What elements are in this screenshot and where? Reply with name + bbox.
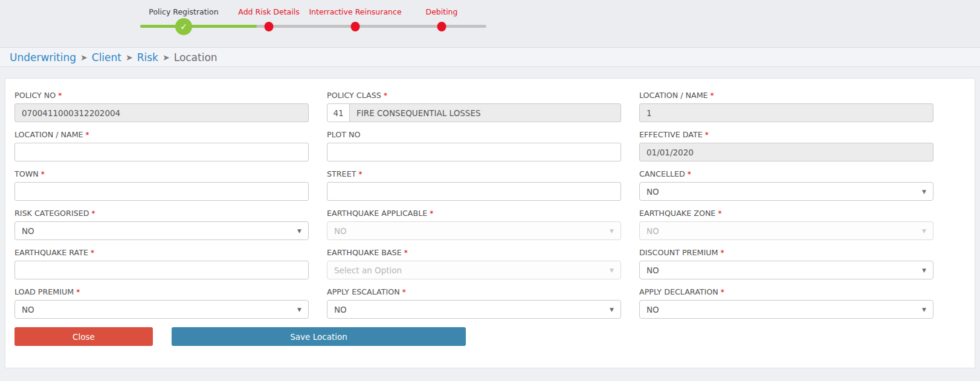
field-earthquake-zone: EARTHQUAKE ZONE* NO ▼: [639, 209, 933, 240]
street-input[interactable]: [327, 182, 621, 201]
load-premium-label: LOAD PREMIUM*: [15, 287, 309, 297]
field-load-premium: LOAD PREMIUM* NO ▼: [15, 287, 309, 319]
required-asterisk: *: [76, 288, 80, 296]
required-asterisk: *: [58, 91, 62, 100]
apply-escalation-select[interactable]: NO ▼: [327, 300, 621, 319]
dropdown-arrow-icon: ▼: [922, 228, 926, 234]
risk-categorised-select[interactable]: NO ▼: [15, 221, 309, 240]
discount-premium-value: NO: [646, 265, 659, 275]
load-premium-value: NO: [22, 305, 34, 314]
save-location-button[interactable]: Save Location: [172, 327, 466, 346]
step-label-interractive-reinsurance[interactable]: Interractive Reinsurance: [309, 7, 401, 16]
earthquake-base-value: Select an Option: [334, 265, 402, 275]
required-asterisk: *: [404, 249, 408, 257]
policy-class-label: POLICY CLASS*: [327, 91, 621, 100]
apply-declaration-label: APPLY DECLARATION*: [639, 287, 933, 297]
plot-no-input[interactable]: [327, 143, 621, 161]
dropdown-arrow-icon: ▼: [922, 307, 926, 313]
required-asterisk: *: [41, 170, 45, 178]
required-asterisk: *: [705, 131, 709, 139]
check-glyph: ✓: [180, 22, 187, 31]
cancelled-value: NO: [646, 187, 659, 197]
required-asterisk: *: [711, 91, 714, 100]
cancelled-label: CANCELLED*: [639, 169, 933, 179]
required-asterisk: *: [92, 209, 95, 218]
earthquake-applicable-value: NO: [334, 226, 347, 236]
apply-escalation-value: NO: [334, 305, 347, 314]
field-policy-class: POLICY CLASS*: [327, 91, 621, 122]
required-asterisk: *: [720, 249, 724, 257]
required-asterisk: *: [384, 91, 387, 100]
earthquake-rate-label: EARTHQUAKE RATE*: [15, 248, 309, 258]
earthquake-zone-value: NO: [646, 226, 659, 236]
step-label-add-risk-details[interactable]: Add Risk Details: [238, 7, 299, 16]
apply-declaration-value: NO: [646, 305, 659, 314]
dropdown-arrow-icon: ▼: [610, 307, 614, 313]
location-no-input: [639, 103, 933, 122]
dropdown-arrow-icon: ▼: [922, 189, 926, 195]
discount-premium-label: DISCOUNT PREMIUM*: [639, 248, 933, 258]
step-label-debiting[interactable]: Debiting: [426, 7, 458, 16]
field-location-name: LOCATION / NAME*: [15, 130, 309, 161]
risk-categorised-label: RISK CATEGORISED*: [15, 209, 309, 218]
dropdown-arrow-icon: ▼: [610, 267, 614, 273]
breadcrumb-separator-icon: ➤: [163, 53, 170, 62]
town-label: TOWN*: [15, 169, 309, 179]
breadcrumb-separator-icon: ➤: [80, 53, 88, 62]
risk-categorised-value: NO: [22, 226, 34, 236]
step-dot-add-risk-details[interactable]: [265, 22, 274, 31]
field-effective-date: EFFECTIVE DATE*: [639, 130, 933, 161]
field-earthquake-applicable: EARTHQUAKE APPLICABLE* NO ▼: [327, 209, 621, 240]
street-label: STREET*: [327, 169, 621, 179]
breadcrumb-location: Location: [174, 51, 218, 63]
breadcrumb-underwriting[interactable]: Underwriting: [10, 51, 76, 63]
breadcrumb: Underwriting ➤ Client ➤ Risk ➤ Location: [0, 47, 980, 67]
apply-declaration-select[interactable]: NO ▼: [639, 300, 933, 319]
earthquake-zone-select: NO ▼: [639, 221, 933, 240]
discount-premium-select[interactable]: NO ▼: [639, 261, 933, 279]
apply-escalation-label: APPLY ESCALATION*: [327, 287, 621, 297]
field-apply-declaration: APPLY DECLARATION* NO ▼: [639, 287, 933, 319]
earthquake-rate-input[interactable]: [15, 261, 309, 279]
required-asterisk: *: [358, 170, 362, 178]
field-earthquake-base: EARTHQUAKE BASE* Select an Option ▼: [327, 248, 621, 279]
step-complete-check-icon[interactable]: ✓: [175, 18, 192, 35]
step-label-policy-registration[interactable]: Policy Registration: [149, 7, 218, 16]
cancelled-select[interactable]: NO ▼: [639, 182, 933, 201]
step-dot-interractive-reinsurance[interactable]: [351, 22, 360, 31]
dropdown-arrow-icon: ▼: [297, 228, 301, 234]
town-input[interactable]: [15, 182, 309, 201]
required-asterisk: *: [718, 209, 721, 218]
dropdown-arrow-icon: ▼: [922, 267, 926, 273]
wizard-stepper: Policy Registration Add Risk Details Int…: [0, 0, 980, 47]
required-asterisk: *: [91, 249, 94, 257]
earthquake-zone-label: EARTHQUAKE ZONE*: [639, 209, 933, 218]
required-asterisk: *: [402, 288, 406, 296]
field-risk-categorised: RISK CATEGORISED* NO ▼: [15, 209, 309, 240]
step-dot-debiting[interactable]: [437, 22, 446, 31]
load-premium-select[interactable]: NO ▼: [15, 300, 309, 319]
location-name-label: LOCATION / NAME*: [15, 130, 309, 140]
earthquake-base-select: Select an Option ▼: [327, 261, 621, 279]
policy-class-name-input: [349, 103, 621, 122]
dropdown-arrow-icon: ▼: [297, 307, 301, 313]
required-asterisk: *: [688, 170, 691, 178]
plot-no-label: PLOT NO: [327, 130, 621, 140]
location-no-label: LOCATION / NAME*: [639, 91, 933, 100]
field-earthquake-rate: EARTHQUAKE RATE*: [15, 248, 309, 279]
field-street: STREET*: [327, 169, 621, 201]
required-asterisk: *: [86, 131, 89, 139]
required-asterisk: *: [721, 288, 724, 296]
field-plot-no: PLOT NO: [327, 130, 621, 161]
field-cancelled: CANCELLED* NO ▼: [639, 169, 933, 201]
dropdown-arrow-icon: ▼: [610, 228, 614, 234]
policy-class-code-input: [327, 103, 350, 122]
earthquake-base-label: EARTHQUAKE BASE*: [327, 248, 621, 258]
close-button[interactable]: Close: [15, 327, 153, 346]
breadcrumb-risk[interactable]: Risk: [137, 51, 158, 63]
breadcrumb-client[interactable]: Client: [92, 51, 121, 63]
effective-date-label: EFFECTIVE DATE*: [639, 130, 933, 140]
field-town: TOWN*: [15, 169, 309, 201]
effective-date-input: [639, 143, 933, 161]
location-name-input[interactable]: [15, 143, 309, 161]
